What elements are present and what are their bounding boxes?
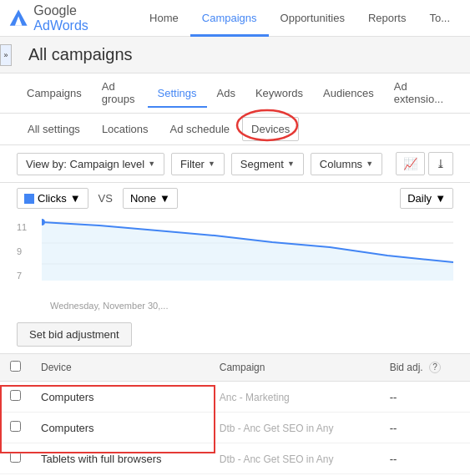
- logo-area: Google AdWords: [8, 3, 121, 33]
- row1-campaign: Anc - Marketing: [210, 382, 380, 413]
- tab-audiences[interactable]: Audiences: [313, 80, 384, 108]
- row2-campaign-text: Dtb - Anc Get SEO in Any: [220, 423, 334, 434]
- primary-tab-bar: Campaigns Ad groups Settings Ads Keyword…: [0, 73, 470, 114]
- chart-y-labels: 11 9 7: [17, 222, 27, 281]
- svg-marker-6: [42, 222, 453, 281]
- metric1-label: Clicks: [38, 192, 67, 205]
- nav-more[interactable]: To...: [417, 0, 462, 37]
- bid-adj-label: Bid adj.: [390, 362, 423, 373]
- segment-caret-icon: ▼: [287, 160, 295, 168]
- subtab-locations[interactable]: Locations: [93, 117, 158, 141]
- logo-text: Google AdWords: [33, 3, 121, 33]
- data-table: Device Campaign Bid adj. ? Computers Anc…: [0, 354, 470, 474]
- page-title-bar: » All campaigns: [0, 37, 470, 73]
- nav-home[interactable]: Home: [138, 0, 190, 37]
- filter-label: Filter: [180, 158, 205, 170]
- bid-row: Set bid adjustment: [0, 316, 470, 354]
- columns-caret-icon: ▼: [366, 160, 373, 168]
- chart-area: 11 9 7: [0, 214, 470, 297]
- sidebar-toggle[interactable]: »: [0, 44, 12, 66]
- viewby-caret-icon: ▼: [148, 160, 155, 168]
- toolbar-row: View by: Campaign level ▼ Filter ▼ Segme…: [0, 145, 470, 183]
- tab-settings[interactable]: Settings: [148, 80, 207, 108]
- download-button[interactable]: ⤓: [428, 152, 453, 175]
- metric2-caret-icon: ▼: [159, 192, 170, 205]
- row1-checkbox-cell: [0, 382, 31, 413]
- chart-view-button[interactable]: 📈: [396, 152, 425, 175]
- chart-svg: [17, 214, 453, 281]
- tab-keywords[interactable]: Keywords: [245, 80, 313, 108]
- row3-bid: --: [380, 443, 470, 474]
- row2-checkbox-cell: [0, 413, 31, 443]
- columns-dropdown[interactable]: Columns ▼: [311, 153, 382, 175]
- nav-opportunities[interactable]: Opportunities: [269, 0, 356, 37]
- filter-dropdown[interactable]: Filter ▼: [171, 153, 225, 175]
- tab-ad-groups[interactable]: Ad groups: [92, 73, 148, 114]
- columns-label: Columns: [320, 158, 362, 170]
- row1-bid: --: [380, 382, 470, 413]
- period-dropdown[interactable]: Daily ▼: [400, 188, 453, 209]
- subtab-all-settings[interactable]: All settings: [18, 117, 89, 141]
- svg-point-7: [38, 219, 45, 225]
- period-caret-icon: ▼: [435, 192, 446, 205]
- chart-date-label: Wednesday, November 30,...: [0, 297, 470, 316]
- select-all-checkbox[interactable]: [10, 361, 21, 372]
- nav-links: Home Campaigns Opportunities Reports To.…: [138, 0, 462, 36]
- table-row: Tablets with full browsers Dtb - Anc Get…: [0, 443, 470, 474]
- row3-campaign-text: Dtb - Anc Get SEO in Any: [220, 453, 334, 465]
- metric2-label: None: [130, 192, 156, 205]
- metric1-dropdown[interactable]: Clicks ▼: [17, 188, 88, 209]
- adwords-logo-icon: [8, 7, 28, 30]
- vs-text: VS: [95, 192, 116, 205]
- row2-bid: --: [380, 413, 470, 443]
- row3-campaign: Dtb - Anc Get SEO in Any: [210, 443, 380, 474]
- filter-caret-icon: ▼: [208, 160, 215, 168]
- metric1-color-box: [24, 194, 34, 204]
- tab-campaigns[interactable]: Campaigns: [17, 80, 92, 108]
- row3-checkbox[interactable]: [10, 452, 21, 463]
- metric1-caret-icon: ▼: [70, 192, 81, 205]
- table-header-row: Device Campaign Bid adj. ?: [0, 354, 470, 382]
- nav-reports[interactable]: Reports: [356, 0, 418, 37]
- table-row: Computers Dtb - Anc Get SEO in Any --: [0, 413, 470, 443]
- header-bid-adj: Bid adj. ?: [380, 354, 470, 382]
- top-nav: Google AdWords Home Campaigns Opportunit…: [0, 0, 470, 37]
- page-wrapper: Google AdWords Home Campaigns Opportunit…: [0, 0, 470, 474]
- tab-ad-extensions[interactable]: Ad extensio...: [384, 73, 453, 114]
- nav-campaigns[interactable]: Campaigns: [190, 0, 269, 37]
- page-title: All campaigns: [28, 45, 133, 64]
- header-campaign: Campaign: [210, 354, 380, 382]
- row2-checkbox[interactable]: [10, 421, 21, 432]
- y-label-11: 11: [17, 222, 27, 232]
- viewby-dropdown[interactable]: View by: Campaign level ▼: [17, 153, 164, 175]
- metric2-dropdown[interactable]: None ▼: [123, 188, 178, 209]
- row3-checkbox-cell: [0, 443, 31, 474]
- row3-device: Tablets with full browsers: [31, 443, 210, 474]
- sub-tab-bar: All settings Locations Ad schedule Devic…: [0, 114, 470, 145]
- header-device: Device: [31, 354, 210, 382]
- y-label-7: 7: [17, 271, 27, 281]
- subtab-ad-schedule[interactable]: Ad schedule: [161, 117, 240, 141]
- row2-campaign: Dtb - Anc Get SEO in Any: [210, 413, 380, 443]
- bid-adj-help-icon[interactable]: ?: [429, 362, 441, 373]
- table-row: Computers Anc - Marketing --: [0, 382, 470, 413]
- tab-ads[interactable]: Ads: [207, 80, 245, 108]
- table-wrapper: Device Campaign Bid adj. ? Computers Anc…: [0, 354, 470, 474]
- row2-device: Computers: [31, 413, 210, 443]
- y-label-9: 9: [17, 246, 27, 256]
- segment-label: Segment: [240, 158, 284, 170]
- period-label: Daily: [407, 192, 432, 205]
- subtab-devices-wrapper: Devices: [240, 114, 301, 144]
- segment-dropdown[interactable]: Segment ▼: [231, 153, 304, 175]
- metric-row: Clicks ▼ VS None ▼ Daily ▼: [0, 183, 470, 214]
- row1-campaign-text: Anc - Marketing: [220, 392, 290, 403]
- row1-checkbox[interactable]: [10, 390, 21, 401]
- row1-device: Computers: [31, 382, 210, 413]
- header-checkbox-cell: [0, 354, 31, 382]
- viewby-label: View by: Campaign level: [26, 158, 144, 170]
- set-bid-adjustment-button[interactable]: Set bid adjustment: [17, 322, 132, 347]
- subtab-devices[interactable]: Devices: [242, 117, 299, 141]
